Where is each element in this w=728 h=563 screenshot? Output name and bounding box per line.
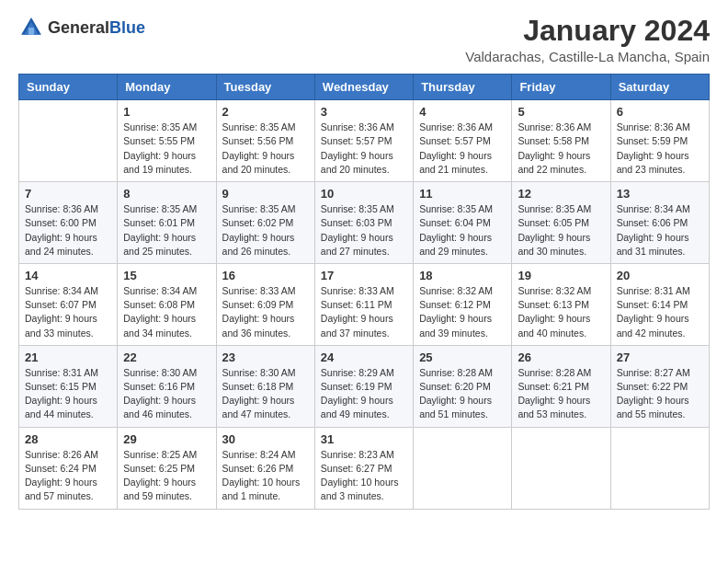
calendar-cell: 16 Sunrise: 8:33 AMSunset: 6:09 PMDaylig…	[216, 263, 314, 345]
calendar-cell: 30 Sunrise: 8:24 AMSunset: 6:26 PMDaylig…	[216, 427, 314, 509]
day-number: 10	[321, 187, 407, 201]
day-number: 19	[518, 269, 604, 282]
calendar-cell: 25 Sunrise: 8:28 AMSunset: 6:20 PMDaylig…	[414, 345, 512, 427]
day-info: Sunrise: 8:35 AMSunset: 6:04 PMDaylight:…	[419, 202, 506, 259]
calendar-cell: 21 Sunrise: 8:31 AMSunset: 6:15 PMDaylig…	[19, 345, 118, 427]
day-info: Sunrise: 8:25 AMSunset: 6:25 PMDaylight:…	[123, 448, 210, 504]
day-info: Sunrise: 8:36 AMSunset: 5:58 PMDaylight:…	[518, 121, 604, 177]
day-info: Sunrise: 8:33 AMSunset: 6:11 PMDaylight:…	[321, 284, 407, 340]
day-number: 20	[617, 269, 703, 282]
day-info: Sunrise: 8:30 AMSunset: 6:18 PMDaylight:…	[222, 366, 309, 422]
page-header: GeneralBlue January 2024 Valdarachas, Ca…	[18, 15, 710, 64]
day-number: 1	[123, 105, 210, 119]
svg-rect-2	[28, 28, 34, 35]
calendar-table: Sunday Monday Tuesday Wednesday Thursday…	[18, 74, 710, 509]
day-info: Sunrise: 8:35 AMSunset: 6:03 PMDaylight:…	[321, 202, 407, 259]
day-number: 27	[617, 350, 703, 364]
calendar-cell: 29 Sunrise: 8:25 AMSunset: 6:25 PMDaylig…	[118, 427, 216, 509]
day-info: Sunrise: 8:32 AMSunset: 6:12 PMDaylight:…	[419, 284, 506, 340]
day-number: 22	[123, 350, 210, 364]
day-info: Sunrise: 8:26 AMSunset: 6:24 PMDaylight:…	[25, 448, 111, 504]
calendar-subtitle: Valdarachas, Castille-La Mancha, Spain	[465, 49, 710, 64]
calendar-cell	[414, 427, 512, 509]
header-saturday: Saturday	[610, 75, 709, 100]
calendar-cell: 18 Sunrise: 8:32 AMSunset: 6:12 PMDaylig…	[414, 263, 512, 345]
day-info: Sunrise: 8:35 AMSunset: 6:02 PMDaylight:…	[222, 202, 309, 259]
calendar-cell	[19, 100, 118, 182]
calendar-cell: 7 Sunrise: 8:36 AMSunset: 6:00 PMDayligh…	[19, 182, 118, 264]
calendar-cell: 8 Sunrise: 8:35 AMSunset: 6:01 PMDayligh…	[118, 182, 216, 264]
day-number: 15	[123, 269, 210, 282]
day-info: Sunrise: 8:28 AMSunset: 6:20 PMDaylight:…	[419, 366, 506, 422]
header-sunday: Sunday	[19, 75, 118, 100]
day-info: Sunrise: 8:34 AMSunset: 6:08 PMDaylight:…	[123, 284, 210, 340]
calendar-cell: 12 Sunrise: 8:35 AMSunset: 6:05 PMDaylig…	[512, 182, 610, 264]
calendar-cell: 24 Sunrise: 8:29 AMSunset: 6:19 PMDaylig…	[314, 345, 413, 427]
day-info: Sunrise: 8:28 AMSunset: 6:21 PMDaylight:…	[518, 366, 604, 422]
day-number: 23	[222, 350, 309, 364]
day-number: 18	[419, 269, 506, 282]
day-info: Sunrise: 8:35 AMSunset: 5:55 PMDaylight:…	[123, 121, 210, 177]
header-friday: Friday	[512, 75, 610, 100]
day-number: 6	[617, 105, 703, 119]
day-number: 9	[222, 187, 309, 201]
day-info: Sunrise: 8:32 AMSunset: 6:13 PMDaylight:…	[518, 284, 604, 340]
day-number: 25	[419, 350, 506, 364]
day-number: 8	[123, 187, 210, 201]
logo-text-blue: Blue	[109, 18, 145, 37]
week-row-1: 1 Sunrise: 8:35 AMSunset: 5:55 PMDayligh…	[19, 100, 710, 182]
day-info: Sunrise: 8:33 AMSunset: 6:09 PMDaylight:…	[222, 284, 309, 340]
calendar-title: January 2024	[465, 15, 710, 47]
day-info: Sunrise: 8:35 AMSunset: 6:05 PMDaylight:…	[518, 202, 604, 259]
calendar-cell: 31 Sunrise: 8:23 AMSunset: 6:27 PMDaylig…	[314, 427, 413, 509]
calendar-cell: 27 Sunrise: 8:27 AMSunset: 6:22 PMDaylig…	[610, 345, 709, 427]
day-info: Sunrise: 8:31 AMSunset: 6:14 PMDaylight:…	[617, 284, 703, 340]
calendar-cell: 5 Sunrise: 8:36 AMSunset: 5:58 PMDayligh…	[512, 100, 610, 182]
day-number: 14	[25, 269, 111, 282]
calendar-cell: 14 Sunrise: 8:34 AMSunset: 6:07 PMDaylig…	[19, 263, 118, 345]
day-number: 16	[222, 269, 309, 282]
calendar-cell	[610, 427, 709, 509]
day-number: 30	[222, 432, 309, 446]
day-info: Sunrise: 8:36 AMSunset: 5:57 PMDaylight:…	[321, 121, 407, 177]
day-number: 24	[321, 350, 407, 364]
calendar-cell: 4 Sunrise: 8:36 AMSunset: 5:57 PMDayligh…	[414, 100, 512, 182]
header-wednesday: Wednesday	[314, 75, 413, 100]
day-number: 2	[222, 105, 309, 119]
calendar-cell: 22 Sunrise: 8:30 AMSunset: 6:16 PMDaylig…	[118, 345, 216, 427]
day-info: Sunrise: 8:36 AMSunset: 5:59 PMDaylight:…	[617, 121, 703, 177]
week-row-3: 14 Sunrise: 8:34 AMSunset: 6:07 PMDaylig…	[19, 263, 710, 345]
day-info: Sunrise: 8:23 AMSunset: 6:27 PMDaylight:…	[321, 448, 407, 504]
calendar-cell: 11 Sunrise: 8:35 AMSunset: 6:04 PMDaylig…	[414, 182, 512, 264]
day-number: 29	[123, 432, 210, 446]
day-number: 7	[25, 187, 111, 201]
day-info: Sunrise: 8:29 AMSunset: 6:19 PMDaylight:…	[321, 366, 407, 422]
day-info: Sunrise: 8:31 AMSunset: 6:15 PMDaylight:…	[25, 366, 111, 422]
day-number: 31	[321, 432, 407, 446]
day-info: Sunrise: 8:24 AMSunset: 6:26 PMDaylight:…	[222, 448, 309, 504]
day-number: 28	[25, 432, 111, 446]
day-info: Sunrise: 8:34 AMSunset: 6:06 PMDaylight:…	[617, 202, 703, 259]
day-number: 21	[25, 350, 111, 364]
week-row-4: 21 Sunrise: 8:31 AMSunset: 6:15 PMDaylig…	[19, 345, 710, 427]
calendar-cell: 17 Sunrise: 8:33 AMSunset: 6:11 PMDaylig…	[314, 263, 413, 345]
day-number: 4	[419, 105, 506, 119]
logo: GeneralBlue	[18, 15, 145, 40]
day-info: Sunrise: 8:35 AMSunset: 6:01 PMDaylight:…	[123, 202, 210, 259]
day-number: 11	[419, 187, 506, 201]
header-monday: Monday	[118, 75, 216, 100]
header-thursday: Thursday	[414, 75, 512, 100]
logo-text-general: General	[48, 18, 109, 37]
calendar-cell: 6 Sunrise: 8:36 AMSunset: 5:59 PMDayligh…	[610, 100, 709, 182]
calendar-cell: 3 Sunrise: 8:36 AMSunset: 5:57 PMDayligh…	[314, 100, 413, 182]
calendar-cell: 1 Sunrise: 8:35 AMSunset: 5:55 PMDayligh…	[118, 100, 216, 182]
week-row-5: 28 Sunrise: 8:26 AMSunset: 6:24 PMDaylig…	[19, 427, 710, 509]
calendar-cell: 28 Sunrise: 8:26 AMSunset: 6:24 PMDaylig…	[19, 427, 118, 509]
header-row: Sunday Monday Tuesday Wednesday Thursday…	[19, 75, 710, 100]
day-info: Sunrise: 8:30 AMSunset: 6:16 PMDaylight:…	[123, 366, 210, 422]
day-number: 5	[518, 105, 604, 119]
day-number: 3	[321, 105, 407, 119]
calendar-cell: 2 Sunrise: 8:35 AMSunset: 5:56 PMDayligh…	[216, 100, 314, 182]
week-row-2: 7 Sunrise: 8:36 AMSunset: 6:00 PMDayligh…	[19, 182, 710, 264]
day-number: 17	[321, 269, 407, 282]
